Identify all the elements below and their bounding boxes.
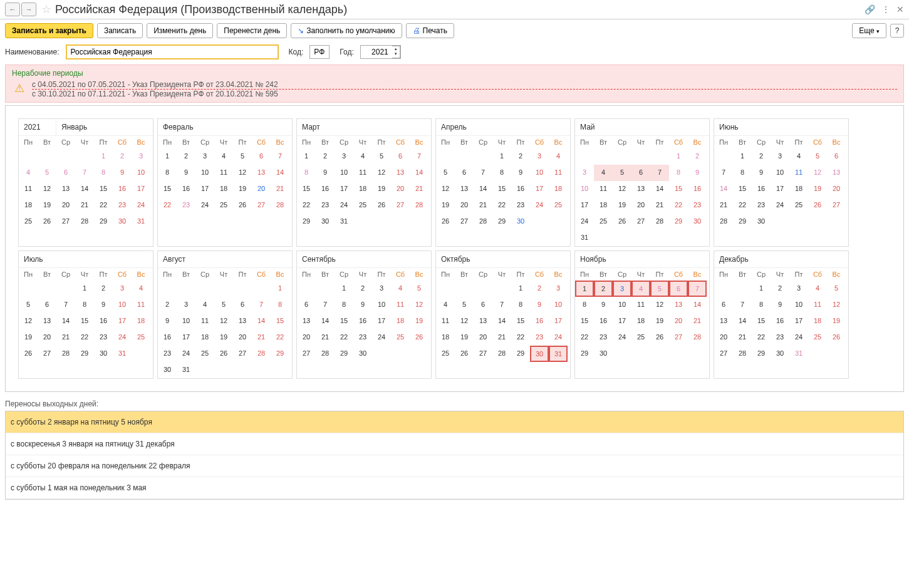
day-cell[interactable]: 31 bbox=[113, 346, 132, 362]
day-cell[interactable]: 15 bbox=[752, 313, 771, 329]
day-cell[interactable]: 16 bbox=[688, 181, 707, 197]
day-cell[interactable]: 16 bbox=[771, 313, 789, 329]
day-cell[interactable]: 27 bbox=[297, 346, 316, 362]
day-cell[interactable]: 23 bbox=[752, 197, 771, 214]
day-cell[interactable]: 29 bbox=[752, 346, 771, 362]
day-cell[interactable]: 1 bbox=[575, 281, 594, 297]
day-cell[interactable]: 5 bbox=[455, 297, 474, 313]
day-cell[interactable]: 1 bbox=[733, 148, 752, 165]
link-icon[interactable]: 🔗 bbox=[865, 4, 875, 14]
day-cell[interactable]: 27 bbox=[631, 214, 650, 230]
day-cell[interactable]: 20 bbox=[827, 181, 846, 197]
day-cell[interactable]: 13 bbox=[38, 313, 56, 329]
day-cell[interactable]: 18 bbox=[391, 313, 410, 329]
day-cell[interactable]: 16 bbox=[316, 181, 335, 197]
day-cell[interactable]: 24 bbox=[789, 329, 808, 346]
day-cell[interactable]: 13 bbox=[474, 313, 492, 329]
day-cell[interactable]: 28 bbox=[271, 197, 289, 214]
day-cell[interactable]: 31 bbox=[177, 362, 195, 378]
day-cell[interactable]: 10 bbox=[613, 297, 631, 313]
day-cell[interactable]: 24 bbox=[177, 346, 195, 362]
day-cell[interactable]: 2 bbox=[158, 297, 177, 313]
day-cell[interactable]: 3 bbox=[575, 165, 594, 181]
day-cell[interactable]: 20 bbox=[669, 313, 688, 329]
day-cell[interactable]: 7 bbox=[492, 297, 511, 313]
day-cell[interactable]: 17 bbox=[549, 313, 568, 329]
day-cell[interactable]: 6 bbox=[391, 148, 410, 165]
day-cell[interactable]: 22 bbox=[335, 329, 353, 346]
day-cell[interactable]: 9 bbox=[688, 165, 707, 181]
day-cell[interactable]: 14 bbox=[75, 181, 94, 197]
day-cell[interactable]: 15 bbox=[158, 181, 177, 197]
day-cell[interactable]: 27 bbox=[455, 214, 474, 230]
day-cell[interactable]: 28 bbox=[492, 346, 511, 362]
day-cell[interactable]: 24 bbox=[335, 197, 353, 214]
day-cell[interactable]: 18 bbox=[19, 197, 38, 214]
day-cell[interactable]: 13 bbox=[56, 181, 75, 197]
day-cell[interactable]: 20 bbox=[455, 197, 474, 214]
day-cell[interactable]: 26 bbox=[613, 214, 631, 230]
day-cell[interactable]: 26 bbox=[372, 197, 391, 214]
day-cell[interactable]: 7 bbox=[650, 165, 669, 181]
day-cell[interactable]: 29 bbox=[271, 346, 289, 362]
day-cell[interactable]: 28 bbox=[714, 214, 733, 230]
day-cell[interactable]: 18 bbox=[789, 181, 808, 197]
day-cell[interactable]: 2 bbox=[94, 281, 113, 297]
day-cell[interactable]: 2 bbox=[594, 281, 613, 297]
day-cell[interactable]: 16 bbox=[177, 181, 195, 197]
day-cell[interactable]: 13 bbox=[714, 313, 733, 329]
day-cell[interactable]: 1 bbox=[752, 281, 771, 297]
day-cell[interactable]: 19 bbox=[808, 181, 827, 197]
day-cell[interactable]: 25 bbox=[19, 214, 38, 230]
day-cell[interactable]: 12 bbox=[808, 165, 827, 181]
day-cell[interactable]: 10 bbox=[575, 181, 594, 197]
year-down-button[interactable]: ▼ bbox=[392, 51, 400, 56]
fill-default-button[interactable]: ↘Заполнить по умолчанию bbox=[291, 23, 402, 38]
day-cell[interactable]: 9 bbox=[158, 313, 177, 329]
day-cell[interactable]: 15 bbox=[94, 181, 113, 197]
day-cell[interactable]: 14 bbox=[410, 165, 429, 181]
day-cell[interactable]: 26 bbox=[214, 346, 233, 362]
day-cell[interactable]: 7 bbox=[688, 281, 707, 297]
day-cell[interactable]: 8 bbox=[752, 297, 771, 313]
day-cell[interactable]: 17 bbox=[132, 181, 150, 197]
day-cell[interactable]: 20 bbox=[252, 181, 271, 197]
day-cell[interactable]: 17 bbox=[789, 313, 808, 329]
day-cell[interactable]: 16 bbox=[530, 313, 549, 329]
day-cell[interactable]: 4 bbox=[132, 281, 150, 297]
day-cell[interactable]: 6 bbox=[38, 297, 56, 313]
day-cell[interactable]: 23 bbox=[113, 197, 132, 214]
year-up-button[interactable]: ▲ bbox=[392, 46, 400, 51]
day-cell[interactable]: 2 bbox=[353, 281, 372, 297]
day-cell[interactable]: 8 bbox=[297, 165, 316, 181]
day-cell[interactable]: 20 bbox=[38, 329, 56, 346]
day-cell[interactable]: 26 bbox=[808, 197, 827, 214]
day-cell[interactable]: 10 bbox=[530, 165, 549, 181]
day-cell[interactable]: 13 bbox=[827, 165, 846, 181]
day-cell[interactable]: 19 bbox=[455, 329, 474, 346]
day-cell[interactable]: 17 bbox=[771, 181, 789, 197]
day-cell[interactable]: 19 bbox=[214, 329, 233, 346]
day-cell[interactable]: 9 bbox=[511, 165, 530, 181]
day-cell[interactable]: 31 bbox=[789, 346, 808, 362]
day-cell[interactable]: 3 bbox=[132, 148, 150, 165]
day-cell[interactable]: 26 bbox=[38, 214, 56, 230]
day-cell[interactable]: 25 bbox=[631, 329, 650, 346]
day-cell[interactable]: 2 bbox=[511, 148, 530, 165]
day-cell[interactable]: 15 bbox=[335, 313, 353, 329]
day-cell[interactable]: 1 bbox=[75, 281, 94, 297]
day-cell[interactable]: 15 bbox=[511, 313, 530, 329]
nav-forward-button[interactable]: → bbox=[21, 3, 36, 16]
day-cell[interactable]: 29 bbox=[75, 346, 94, 362]
day-cell[interactable]: 23 bbox=[771, 329, 789, 346]
day-cell[interactable]: 17 bbox=[372, 313, 391, 329]
day-cell[interactable]: 30 bbox=[688, 214, 707, 230]
day-cell[interactable]: 21 bbox=[492, 329, 511, 346]
day-cell[interactable]: 28 bbox=[56, 346, 75, 362]
day-cell[interactable]: 17 bbox=[177, 329, 195, 346]
day-cell[interactable]: 6 bbox=[669, 281, 688, 297]
day-cell[interactable]: 23 bbox=[316, 197, 335, 214]
day-cell[interactable]: 10 bbox=[372, 297, 391, 313]
day-cell[interactable]: 24 bbox=[613, 329, 631, 346]
day-cell[interactable]: 7 bbox=[316, 297, 335, 313]
